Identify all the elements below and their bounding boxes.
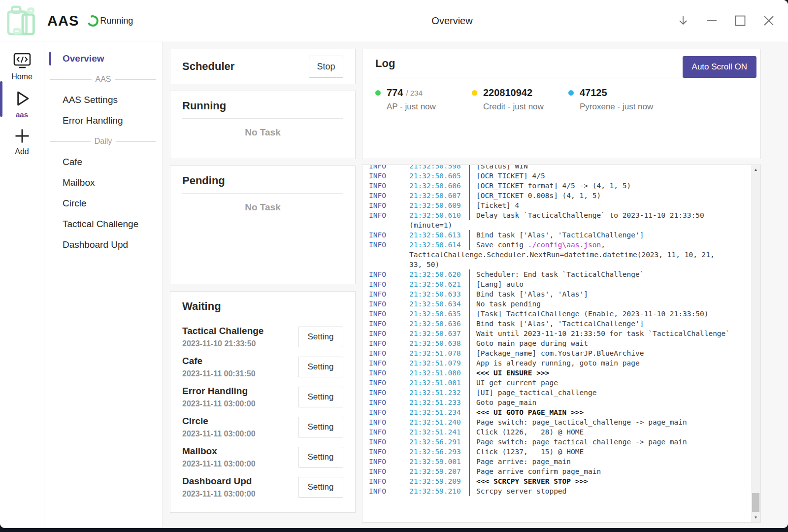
- running-card: Running No Task: [170, 91, 356, 159]
- log-message: Delay task `TacticalChallenge` to 2023-1…: [469, 210, 704, 220]
- log-message: <<< UI GOTO PAGE_MAIN >>>: [469, 407, 584, 417]
- rail-item-home[interactable]: Home: [0, 48, 44, 85]
- waiting-task-row: Mailbox2023-11-11 03:00:00Setting: [182, 442, 343, 472]
- stat-value: 220810942: [483, 87, 532, 99]
- log-level: INFO: [369, 210, 409, 220]
- stat-value-row: 47125: [568, 87, 665, 99]
- log-message: [Status] WIN: [469, 165, 528, 171]
- divider-line: [116, 141, 156, 142]
- log-time: 21:32:50.636: [409, 319, 469, 329]
- log-level: INFO: [369, 437, 409, 447]
- log-message: Page switch: page_tactical_challenge -> …: [469, 417, 687, 427]
- log-time: 21:32:50.609: [409, 200, 469, 210]
- auto-scroll-toggle-button[interactable]: Auto Scroll ON: [683, 56, 756, 78]
- log-level: INFO: [369, 171, 409, 181]
- resource-stats: 774/ 234AP - just now220810942Credit - j…: [362, 77, 760, 112]
- log-message: App is already running, goto main page: [469, 358, 640, 368]
- log-line: INFO21:32:59.210Scrcpy server stopped: [369, 486, 760, 496]
- nav-item-mailbox[interactable]: Mailbox: [44, 172, 162, 193]
- log-line: INFO21:32:59.209<<< SCRCPY SERVER STOP >…: [369, 476, 760, 486]
- nav-item-overview[interactable]: Overview: [44, 48, 162, 69]
- resource-stat: 774/ 234AP - just now: [375, 87, 472, 112]
- task-setting-button[interactable]: Setting: [298, 447, 343, 467]
- log-message: Wait until 2023-11-10 21:33:50 for task …: [469, 329, 730, 338]
- nav-item-tactical-challenge[interactable]: Tactical Challenge: [44, 214, 162, 234]
- task-setting-button[interactable]: Setting: [298, 387, 343, 407]
- log-level: INFO: [369, 230, 409, 240]
- log-line: INFO21:32:51.240Page switch: page_tactic…: [369, 417, 760, 427]
- task-setting-button[interactable]: Setting: [298, 357, 343, 377]
- nav-item-error-handling[interactable]: Error Handling: [44, 110, 162, 131]
- log-line: INFO21:32:50.607[OCR_TICKET 0.008s] (4, …: [369, 191, 760, 200]
- pending-empty-text: No Task: [182, 202, 343, 213]
- task-setting-button[interactable]: Setting: [298, 477, 343, 498]
- minimize-button[interactable]: [705, 14, 718, 27]
- running-spinner-icon: [86, 13, 100, 28]
- log-console[interactable]: INFO21:32:50.598[Status] WININFO21:32:50…: [362, 165, 761, 523]
- stat-suffix: / 234: [406, 89, 422, 97]
- scrollbar-up-arrow-icon[interactable]: ▲: [751, 165, 760, 174]
- log-time: 21:32:50.621: [409, 279, 469, 289]
- log-line: INFO21:32:51.079App is already running, …: [369, 358, 760, 368]
- nav-item-aas-settings[interactable]: AAS Settings: [44, 90, 162, 110]
- rail-item-aas[interactable]: aas: [0, 85, 44, 123]
- scheduler-card: Scheduler Stop: [170, 49, 356, 84]
- log-line: INFO21:32:51.078[Package_name] com.Yosta…: [369, 348, 760, 358]
- log-time: 21:32:59.209: [409, 476, 469, 486]
- pending-title: Pending: [182, 174, 343, 187]
- nav-section-daily: Daily: [44, 131, 162, 152]
- hide-window-button[interactable]: [677, 14, 690, 27]
- task-setting-button[interactable]: Setting: [298, 417, 343, 437]
- scrollbar-thumb[interactable]: [752, 493, 759, 512]
- log-line: INFO21:32:51.234<<< UI GOTO PAGE_MAIN >>…: [369, 407, 760, 417]
- log-line: INFO21:32:50.605[OCR_TICKET] 4/5: [369, 171, 760, 181]
- log-line: INFO21:32:50.638Goto main page during wa…: [369, 338, 760, 348]
- task-info: Cafe2023-11-11 00:31:50: [182, 356, 256, 378]
- close-button[interactable]: [762, 14, 775, 27]
- log-time: 21:32:51.081: [409, 378, 469, 388]
- waiting-card: Waiting Tactical Challenge2023-11-10 21:…: [170, 291, 356, 513]
- log-card: Log Auto Scroll ON 774/ 234AP - just now…: [362, 49, 761, 159]
- maximize-button[interactable]: [734, 14, 747, 27]
- log-line: INFO21:32:59.001Page arrive: page_main: [369, 457, 760, 466]
- main-content: Scheduler Stop Running No Task Pending N…: [163, 42, 788, 528]
- rail-item-label: aas: [16, 110, 28, 119]
- log-line: INFO21:32:51.080<<< UI ENSURE >>>: [369, 368, 760, 378]
- log-message: Goto page_main: [469, 398, 536, 407]
- log-level: INFO: [369, 240, 409, 250]
- log-level: INFO: [369, 466, 409, 476]
- log-line: INFO21:32:50.620Scheduler: End task `Tac…: [369, 269, 760, 279]
- log-time: 21:32:51.232: [409, 388, 469, 398]
- log-time: 21:32:50.638: [409, 338, 469, 348]
- task-info: Mailbox2023-11-11 03:00:00: [182, 446, 256, 468]
- log-line: (minute=1): [369, 220, 760, 230]
- nav-item-dashboard-upd[interactable]: Dashboard Upd: [44, 234, 162, 255]
- scrollbar-down-arrow-icon[interactable]: ▼: [751, 513, 760, 522]
- task-next-run: 2023-11-11 03:00:00: [182, 490, 256, 499]
- log-time: 21:32:50.635: [409, 309, 469, 319]
- rail-item-add[interactable]: Add: [0, 123, 44, 160]
- stop-button[interactable]: Stop: [309, 56, 343, 78]
- nav-item-label: Error Handling: [63, 115, 123, 126]
- log-message: Goto main page during wait: [469, 338, 588, 348]
- stat-value: 47125: [580, 87, 607, 99]
- task-setting-button[interactable]: Setting: [298, 327, 343, 347]
- rail-item-label: Home: [11, 72, 33, 81]
- log-message: Bind task ['Alas', 'TacticalChallenge']: [469, 319, 644, 329]
- nav-item-cafe[interactable]: Cafe: [44, 152, 162, 172]
- log-level: INFO: [369, 289, 409, 299]
- stat-label: AP - just now: [375, 102, 472, 112]
- log-line: INFO21:32:50.610Delay task `TacticalChal…: [369, 210, 760, 220]
- task-next-run: 2023-11-11 03:00:00: [182, 430, 256, 438]
- log-time: 21:32:56.293: [409, 447, 469, 457]
- nav-section-label: AAS: [96, 75, 111, 84]
- log-time: 21:32:50.605: [409, 171, 469, 181]
- log-message: No task pending: [469, 299, 541, 309]
- log-line: INFO21:32:50.606[OCR_TICKET format] 4/5 …: [369, 181, 760, 191]
- nav-item-label: Dashboard Upd: [63, 239, 128, 250]
- log-line: INFO21:32:51.081UI get current page: [369, 378, 760, 388]
- log-scrollbar[interactable]: ▲ ▼: [751, 165, 760, 522]
- divider-line: [50, 79, 92, 80]
- nav-item-circle[interactable]: Circle: [44, 193, 162, 214]
- task-name: Tactical Challenge: [182, 326, 263, 336]
